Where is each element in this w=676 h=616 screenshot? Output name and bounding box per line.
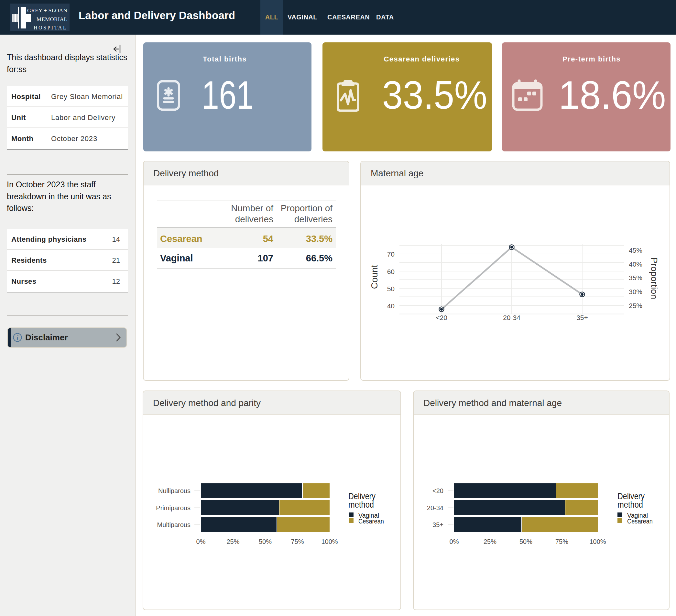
svg-text:100%: 100%	[321, 538, 338, 545]
svg-text:Proportion: Proportion	[649, 257, 659, 299]
svg-text:<20: <20	[433, 487, 443, 494]
svg-text:50: 50	[387, 285, 395, 292]
svg-text:75%: 75%	[291, 538, 304, 545]
svg-text:25%: 25%	[226, 538, 239, 545]
svg-text:20-34: 20-34	[503, 314, 520, 321]
svg-text:i: i	[16, 334, 18, 341]
svg-text:Cesarean: Cesarean	[627, 518, 653, 525]
svg-text:method: method	[617, 500, 643, 510]
svg-text:70: 70	[387, 250, 395, 258]
svg-text:50%: 50%	[259, 538, 272, 545]
svg-text:40: 40	[387, 302, 395, 310]
svg-text:Primiparous: Primiparous	[156, 504, 190, 511]
svg-text:35+: 35+	[433, 521, 443, 528]
svg-text:20-34: 20-34	[427, 504, 443, 511]
svg-text:0%: 0%	[196, 538, 206, 545]
svg-text:HOSPITAL: HOSPITAL	[34, 25, 67, 31]
svg-text:100%: 100%	[589, 538, 606, 545]
svg-text:35%: 35%	[629, 274, 642, 281]
svg-text:35+: 35+	[576, 314, 588, 321]
svg-text:50%: 50%	[519, 538, 532, 545]
svg-text:25%: 25%	[629, 302, 642, 309]
svg-text:MEMORIAL: MEMORIAL	[37, 16, 67, 22]
svg-text:40%: 40%	[629, 261, 642, 268]
svg-text:GREY + SLOAN: GREY + SLOAN	[27, 7, 67, 14]
svg-text:30%: 30%	[629, 288, 642, 295]
svg-text:75%: 75%	[555, 538, 568, 545]
svg-text:<20: <20	[436, 314, 447, 321]
svg-text:Cesarean: Cesarean	[358, 518, 384, 525]
svg-text:60: 60	[387, 268, 395, 275]
svg-text:0%: 0%	[450, 538, 459, 545]
svg-text:Count: Count	[370, 265, 379, 289]
svg-text:45%: 45%	[629, 246, 642, 254]
svg-text:Multiparous: Multiparous	[157, 521, 190, 528]
svg-text:25%: 25%	[484, 538, 497, 545]
svg-text:Nulliparous: Nulliparous	[158, 487, 190, 494]
svg-text:method: method	[348, 500, 374, 510]
